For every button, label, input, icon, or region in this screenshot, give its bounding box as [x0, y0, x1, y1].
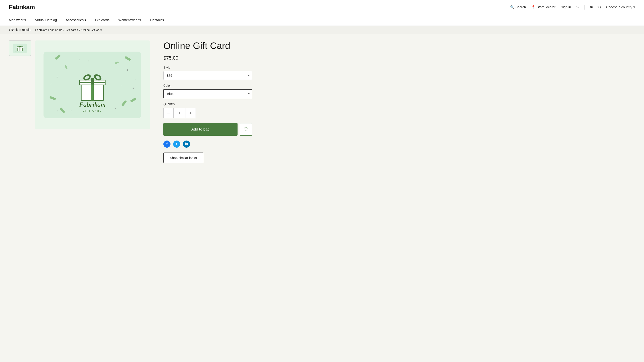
- heart-icon: ♡: [244, 126, 248, 132]
- chevron-down-icon: ▾: [140, 18, 141, 22]
- header-divider: [584, 5, 585, 10]
- chevron-down-icon: ▾: [24, 18, 26, 22]
- svg-text:+: +: [121, 84, 122, 87]
- facebook-share-button[interactable]: f: [164, 140, 170, 148]
- nav-item-womenswear[interactable]: Womenswear ▾: [118, 18, 141, 22]
- svg-point-35: [90, 78, 94, 81]
- chevron-down-icon: ▾: [162, 18, 164, 22]
- search-link[interactable]: 🔍 Search: [510, 5, 526, 9]
- chevron-left-icon: ‹: [9, 28, 10, 32]
- add-to-wishlist-button[interactable]: ♡: [240, 123, 252, 136]
- nav-item-contact[interactable]: Contact ▾: [150, 18, 164, 22]
- header-actions: 🔍 Search 📍 Store locator Sign in ♡ 🛍 (0)…: [510, 5, 635, 10]
- svg-text:✦: ✦: [50, 83, 52, 85]
- product-price: $75.00: [164, 55, 252, 61]
- svg-text:✦: ✦: [56, 75, 58, 79]
- svg-point-4: [19, 46, 21, 47]
- style-select-wrap: $25 $50 $75 $100 $150 $200 ▾: [164, 71, 252, 80]
- gift-card-image: ✦ ✦ ✦ ✦ ✦ ✦ ✦ ✦ + + + +: [44, 52, 141, 118]
- quantity-increment-button[interactable]: +: [186, 108, 196, 118]
- location-icon: 📍: [531, 5, 536, 9]
- svg-text:Fabrikam: Fabrikam: [79, 101, 106, 108]
- chevron-down-icon: ▾: [84, 18, 86, 22]
- color-select[interactable]: Blue Green Red Gold: [164, 89, 252, 98]
- breadcrumb-separator: /: [79, 28, 80, 32]
- chevron-down-icon: ▾: [633, 5, 635, 9]
- bag-link[interactable]: 🛍 (0): [590, 5, 601, 9]
- thumbnail-image: Fabrikam: [13, 44, 27, 53]
- breadcrumb-home[interactable]: Fabrikam Fashion us: [35, 28, 62, 32]
- quantity-row: − 1 +: [164, 108, 196, 118]
- header: Fabrikam 🔍 Search 📍 Store locator Sign i…: [0, 0, 644, 14]
- store-locator-link[interactable]: 📍 Store locator: [531, 5, 556, 9]
- product-thumbnail[interactable]: Fabrikam: [9, 41, 31, 56]
- color-select-wrap: Blue Green Red Gold ▾: [164, 89, 252, 98]
- svg-rect-30: [80, 82, 105, 83]
- bag-icon: 🛍: [590, 5, 594, 9]
- wishlist-icon[interactable]: ♡: [576, 5, 579, 9]
- add-to-bag-row: Add to bag ♡: [164, 123, 252, 136]
- style-select[interactable]: $25 $50 $75 $100 $150 $200: [164, 71, 252, 80]
- back-to-results-link[interactable]: ‹ Back to results: [9, 28, 31, 32]
- quantity-label: Quantity: [164, 102, 252, 106]
- svg-text:✦: ✦: [114, 107, 116, 110]
- svg-text:✦: ✦: [132, 87, 134, 90]
- svg-text:✦: ✦: [126, 68, 129, 73]
- linkedin-share-button[interactable]: in: [183, 140, 190, 148]
- svg-text:+: +: [79, 59, 80, 61]
- facebook-icon: f: [166, 142, 168, 146]
- brand-logo[interactable]: Fabrikam: [9, 4, 35, 11]
- svg-text:+: +: [57, 110, 58, 112]
- svg-text:✦: ✦: [134, 79, 136, 81]
- shop-similar-button[interactable]: Shop similar looks: [164, 152, 203, 163]
- svg-text:+: +: [64, 69, 64, 71]
- linkedin-icon: in: [185, 142, 188, 146]
- nav-item-accessories[interactable]: Accessories ▾: [66, 18, 86, 22]
- breadcrumb-category[interactable]: Gift cards: [66, 28, 78, 32]
- svg-rect-36: [91, 85, 94, 100]
- thumbnail-column: Fabrikam: [9, 41, 31, 354]
- main-content: Fabrikam ✦ ✦ ✦ ✦: [0, 34, 644, 361]
- twitter-share-button[interactable]: t: [173, 140, 180, 148]
- search-icon: 🔍: [510, 5, 514, 9]
- style-label: Style: [164, 66, 252, 69]
- social-share-row: f t in: [164, 140, 252, 148]
- svg-text:Fabrikam: Fabrikam: [15, 51, 20, 52]
- choose-country-link[interactable]: Choose a country ▾: [606, 5, 635, 9]
- twitter-icon: t: [176, 142, 177, 146]
- nav-item-giftcards[interactable]: Gift cards: [95, 18, 110, 22]
- product-gallery: Fabrikam ✦ ✦ ✦ ✦: [9, 41, 150, 354]
- nav-item-menwear[interactable]: Men wear ▾: [9, 18, 26, 22]
- product-title: Online Gift Card: [164, 41, 252, 51]
- breadcrumb: ‹ Back to results Fabrikam Fashion us / …: [0, 26, 644, 34]
- product-details: Online Gift Card $75.00 Style $25 $50 $7…: [159, 41, 252, 354]
- svg-text:GIFT CARD: GIFT CARD: [83, 109, 102, 112]
- breadcrumb-current: Online Gift Card: [82, 28, 102, 32]
- nav-item-virtual-catalog[interactable]: Virtual Catalog: [35, 18, 57, 22]
- breadcrumb-separator: /: [64, 28, 64, 32]
- svg-text:✦: ✦: [70, 110, 72, 112]
- main-nav: Men wear ▾ Virtual Catalog Accessories ▾…: [0, 14, 644, 26]
- color-label: Color: [164, 84, 252, 87]
- quantity-value: 1: [174, 108, 186, 118]
- product-main-image: ✦ ✦ ✦ ✦ ✦ ✦ ✦ ✦ + + + +: [35, 41, 150, 129]
- quantity-decrement-button[interactable]: −: [164, 108, 174, 118]
- svg-text:✦: ✦: [88, 60, 90, 62]
- sign-in-link[interactable]: Sign in: [561, 5, 571, 9]
- add-to-bag-button[interactable]: Add to bag: [164, 123, 238, 136]
